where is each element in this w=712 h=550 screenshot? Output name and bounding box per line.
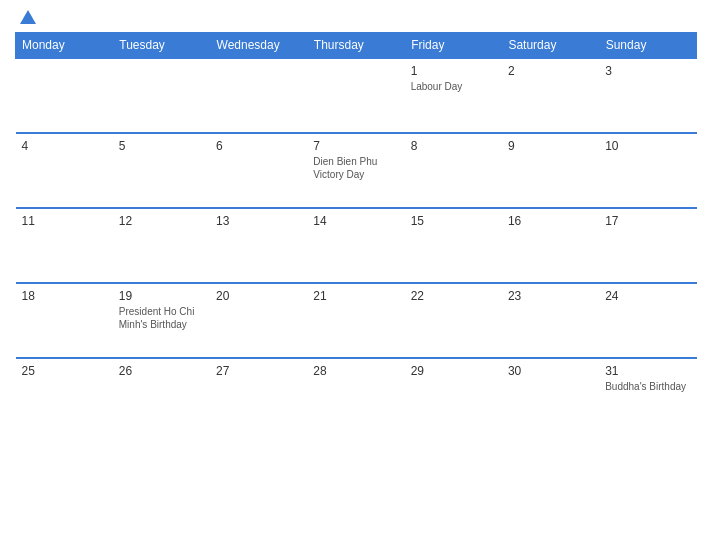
day-number: 24 (605, 289, 690, 303)
day-cell: 24 (599, 283, 696, 358)
day-cell: 17 (599, 208, 696, 283)
day-header-friday: Friday (405, 33, 502, 59)
day-number: 5 (119, 139, 204, 153)
day-cell: 16 (502, 208, 599, 283)
day-cell: 31Buddha's Birthday (599, 358, 696, 433)
day-number: 27 (216, 364, 301, 378)
day-number: 17 (605, 214, 690, 228)
calendar-body: 1Labour Day234567Dien Bien PhuVictory Da… (16, 58, 697, 433)
day-header-thursday: Thursday (307, 33, 404, 59)
day-event: Labour Day (411, 80, 496, 93)
day-number: 12 (119, 214, 204, 228)
calendar-table: MondayTuesdayWednesdayThursdayFridaySatu… (15, 32, 697, 433)
day-number: 29 (411, 364, 496, 378)
day-cell: 1Labour Day (405, 58, 502, 133)
day-cell: 13 (210, 208, 307, 283)
logo (15, 10, 39, 24)
day-cell (113, 58, 210, 133)
week-row-4: 1819President Ho ChiMinh's Birthday20212… (16, 283, 697, 358)
week-row-5: 25262728293031Buddha's Birthday (16, 358, 697, 433)
calendar-page: MondayTuesdayWednesdayThursdayFridaySatu… (0, 0, 712, 550)
logo-triangle-icon (20, 10, 36, 24)
day-cell: 18 (16, 283, 113, 358)
week-row-1: 1Labour Day23 (16, 58, 697, 133)
day-cell (307, 58, 404, 133)
day-cell: 30 (502, 358, 599, 433)
day-cell: 14 (307, 208, 404, 283)
week-row-3: 11121314151617 (16, 208, 697, 283)
day-number: 2 (508, 64, 593, 78)
day-number: 6 (216, 139, 301, 153)
day-cell (16, 58, 113, 133)
day-number: 11 (22, 214, 107, 228)
days-header-row: MondayTuesdayWednesdayThursdayFridaySatu… (16, 33, 697, 59)
day-cell: 2 (502, 58, 599, 133)
day-cell: 12 (113, 208, 210, 283)
day-number: 23 (508, 289, 593, 303)
header (15, 10, 697, 24)
day-number: 30 (508, 364, 593, 378)
day-cell: 3 (599, 58, 696, 133)
day-number: 8 (411, 139, 496, 153)
day-number: 14 (313, 214, 398, 228)
day-cell: 8 (405, 133, 502, 208)
day-cell: 19President Ho ChiMinh's Birthday (113, 283, 210, 358)
day-number: 20 (216, 289, 301, 303)
day-number: 28 (313, 364, 398, 378)
day-header-wednesday: Wednesday (210, 33, 307, 59)
day-number: 26 (119, 364, 204, 378)
day-header-saturday: Saturday (502, 33, 599, 59)
day-cell: 27 (210, 358, 307, 433)
day-number: 9 (508, 139, 593, 153)
day-cell: 15 (405, 208, 502, 283)
day-number: 1 (411, 64, 496, 78)
day-cell: 23 (502, 283, 599, 358)
day-header-sunday: Sunday (599, 33, 696, 59)
day-number: 25 (22, 364, 107, 378)
day-cell: 25 (16, 358, 113, 433)
day-number: 31 (605, 364, 690, 378)
day-cell: 7Dien Bien PhuVictory Day (307, 133, 404, 208)
day-cell: 4 (16, 133, 113, 208)
day-number: 22 (411, 289, 496, 303)
day-event: Dien Bien PhuVictory Day (313, 155, 398, 181)
day-number: 16 (508, 214, 593, 228)
day-number: 7 (313, 139, 398, 153)
day-cell: 5 (113, 133, 210, 208)
day-cell: 9 (502, 133, 599, 208)
day-number: 10 (605, 139, 690, 153)
day-number: 15 (411, 214, 496, 228)
day-number: 21 (313, 289, 398, 303)
day-header-monday: Monday (16, 33, 113, 59)
day-cell: 11 (16, 208, 113, 283)
day-cell: 28 (307, 358, 404, 433)
day-cell: 26 (113, 358, 210, 433)
day-number: 13 (216, 214, 301, 228)
day-cell: 10 (599, 133, 696, 208)
day-cell: 6 (210, 133, 307, 208)
day-number: 3 (605, 64, 690, 78)
day-cell: 20 (210, 283, 307, 358)
day-cell: 29 (405, 358, 502, 433)
day-cell (210, 58, 307, 133)
day-header-tuesday: Tuesday (113, 33, 210, 59)
day-event: Buddha's Birthday (605, 380, 690, 393)
day-number: 4 (22, 139, 107, 153)
day-event: President Ho ChiMinh's Birthday (119, 305, 204, 331)
day-number: 19 (119, 289, 204, 303)
day-number: 18 (22, 289, 107, 303)
day-cell: 22 (405, 283, 502, 358)
day-cell: 21 (307, 283, 404, 358)
week-row-2: 4567Dien Bien PhuVictory Day8910 (16, 133, 697, 208)
calendar-header: MondayTuesdayWednesdayThursdayFridaySatu… (16, 33, 697, 59)
